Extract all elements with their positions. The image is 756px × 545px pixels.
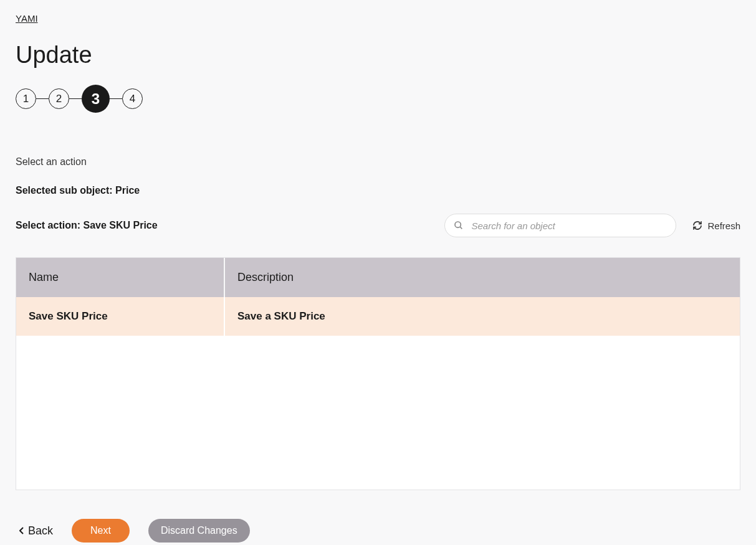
search-icon (454, 220, 464, 230)
step-2[interactable]: 2 (49, 88, 69, 109)
cell-description: Save a SKU Price (225, 297, 740, 336)
step-connector (36, 98, 49, 100)
footer: Back Next Discard Changes (16, 519, 740, 543)
cell-name: Save SKU Price (16, 297, 225, 336)
selected-action-label: Select action: Save SKU Price (16, 220, 158, 231)
step-connector (69, 98, 82, 100)
table-header: Name Description (16, 258, 740, 297)
breadcrumb[interactable]: YAMI (16, 13, 38, 24)
back-label: Back (28, 524, 53, 538)
step-4[interactable]: 4 (122, 88, 143, 109)
column-header-description[interactable]: Description (225, 258, 740, 297)
discard-button[interactable]: Discard Changes (148, 519, 250, 543)
selected-sub-object-label: Selected sub object: Price (16, 185, 740, 196)
action-table: Name Description Save SKU Price Save a S… (16, 257, 740, 490)
next-button[interactable]: Next (72, 519, 130, 543)
table-empty-area (16, 336, 740, 490)
svg-line-1 (460, 227, 462, 229)
svg-point-0 (455, 222, 461, 227)
step-1[interactable]: 1 (16, 88, 36, 109)
step-connector (110, 98, 122, 100)
column-header-name[interactable]: Name (16, 258, 225, 297)
search-box[interactable] (444, 214, 676, 237)
back-button[interactable]: Back (16, 524, 53, 538)
select-action-label: Select an action (16, 156, 740, 168)
refresh-label: Refresh (707, 220, 740, 231)
chevron-left-icon (19, 527, 24, 534)
stepper: 1 2 3 4 (16, 85, 740, 113)
table-row[interactable]: Save SKU Price Save a SKU Price (16, 297, 740, 336)
search-input[interactable] (471, 220, 667, 231)
page-title: Update (16, 42, 740, 69)
step-3[interactable]: 3 (82, 85, 110, 113)
refresh-button[interactable]: Refresh (692, 220, 740, 231)
refresh-icon (692, 220, 702, 230)
